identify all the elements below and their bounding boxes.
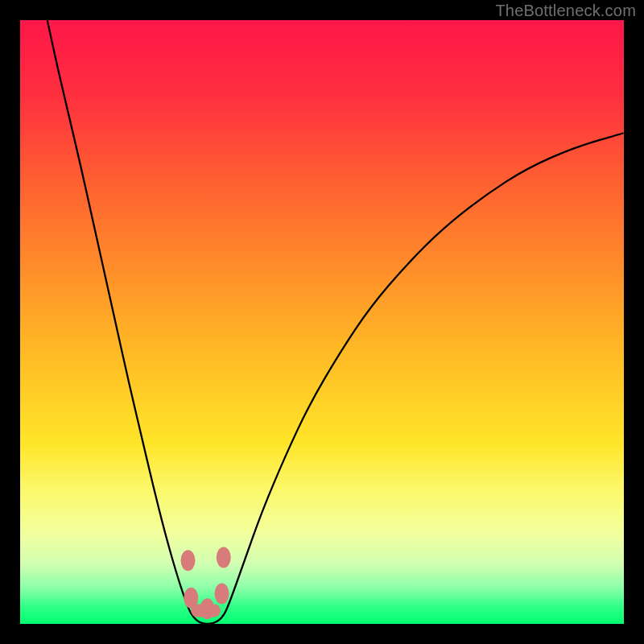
right-marker-top <box>217 547 231 568</box>
valley-connector <box>191 605 221 617</box>
right-marker-low <box>215 584 229 605</box>
left-marker-top <box>181 550 196 571</box>
chart-frame <box>20 20 624 624</box>
marker-layer <box>20 20 624 624</box>
watermark-text: TheBottleneck.com <box>495 2 636 20</box>
